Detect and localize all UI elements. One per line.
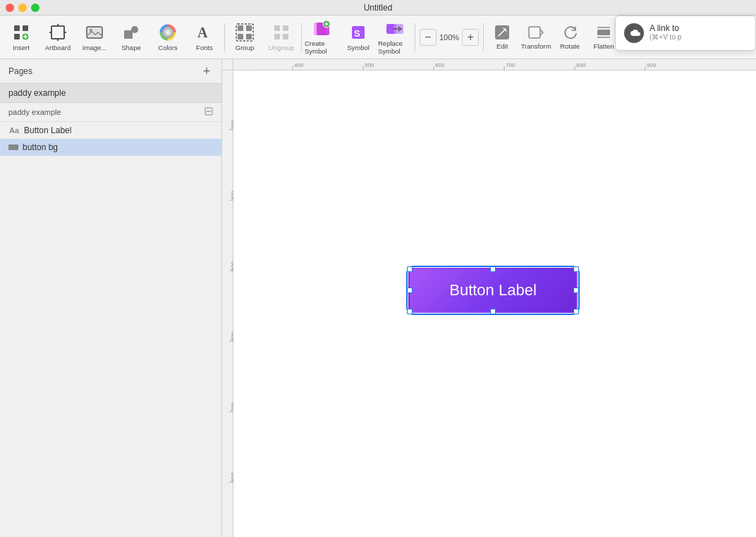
svg-text:600: 600 xyxy=(435,62,445,68)
svg-text:800: 800 xyxy=(576,62,586,68)
svg-rect-7 xyxy=(51,26,64,39)
svg-rect-2 xyxy=(14,34,20,39)
insert-button[interactable]: Insert xyxy=(3,17,39,58)
svg-text:S: S xyxy=(354,28,360,39)
layer-name: button bg xyxy=(23,142,58,152)
symbol-icon: S xyxy=(348,23,368,42)
create-symbol-icon xyxy=(312,20,331,38)
svg-rect-20 xyxy=(238,34,243,39)
button-label-text: Button Label xyxy=(449,281,537,300)
separator-1 xyxy=(224,23,225,51)
zoom-minus-button[interactable]: − xyxy=(420,29,437,46)
svg-text:400: 400 xyxy=(294,62,304,68)
ruler-corner xyxy=(222,59,233,70)
flatten-icon xyxy=(595,24,612,41)
group-button[interactable]: Group xyxy=(226,17,263,58)
flatten-label: Flatten xyxy=(594,42,614,50)
artboard-label: Artboard xyxy=(45,44,71,51)
handle-middle-left xyxy=(407,288,413,293)
rotate-button[interactable]: Rotate xyxy=(553,17,587,58)
rotate-label: Rotate xyxy=(560,42,580,50)
pages-title: Pages xyxy=(8,66,32,76)
replace-symbol-button[interactable]: Replace Symbol xyxy=(377,17,413,58)
fonts-icon: A xyxy=(195,23,214,42)
replace-symbol-label: Replace Symbol xyxy=(378,39,412,55)
create-symbol-label: Create Symbol xyxy=(305,39,339,55)
svg-text:600: 600 xyxy=(230,331,234,341)
svg-rect-23 xyxy=(274,25,280,31)
svg-rect-39 xyxy=(597,30,610,35)
design-surface[interactable]: Button Label xyxy=(233,70,756,537)
svg-text:500: 500 xyxy=(365,62,374,68)
handle-top-right xyxy=(573,266,579,272)
svg-rect-18 xyxy=(238,25,243,31)
svg-text:300: 300 xyxy=(230,120,234,130)
ungroup-button[interactable]: Ungroup xyxy=(263,17,300,58)
pages-header: Pages + xyxy=(0,59,221,84)
svg-rect-14 xyxy=(124,30,133,39)
page-item[interactable]: paddy example xyxy=(0,84,221,102)
shape-icon xyxy=(121,23,141,42)
layers-collapse-icon[interactable] xyxy=(205,107,213,117)
minimize-button[interactable] xyxy=(18,4,27,12)
toolbar: Insert Artboard Image... xyxy=(0,16,756,59)
artboard-button[interactable]: Artboard xyxy=(39,17,76,58)
canvas-button[interactable]: Button Label xyxy=(408,268,578,313)
main-layout: Pages + paddy example paddy example Aa xyxy=(0,59,756,537)
layer-item[interactable]: button bg xyxy=(0,139,221,156)
window-controls xyxy=(6,4,39,12)
handle-bottom-middle xyxy=(490,309,496,314)
svg-text:700: 700 xyxy=(506,62,516,68)
svg-rect-24 xyxy=(283,25,288,31)
ruler-left-svg: 300 400 500 600 700 800 xyxy=(222,70,233,537)
ruler-top: 400 500 600 700 800 900 xyxy=(233,59,756,70)
svg-rect-25 xyxy=(274,34,280,39)
image-label: Image... xyxy=(83,44,106,51)
cloud-icon xyxy=(624,23,644,43)
pages-list: paddy example xyxy=(0,84,221,103)
create-symbol-button[interactable]: Create Symbol xyxy=(303,17,340,58)
svg-point-15 xyxy=(131,26,138,33)
svg-text:A: A xyxy=(197,25,208,40)
add-page-button[interactable]: + xyxy=(200,65,213,78)
svg-rect-26 xyxy=(283,34,288,39)
edit-button[interactable]: Edit xyxy=(485,17,519,58)
layers-group-name: paddy example xyxy=(8,108,61,116)
image-icon xyxy=(85,23,104,42)
svg-rect-1 xyxy=(23,25,28,31)
rotate-icon xyxy=(561,24,578,41)
svg-rect-12 xyxy=(87,27,102,38)
svg-rect-19 xyxy=(246,25,252,31)
fonts-button[interactable]: A Fonts xyxy=(186,17,223,58)
colors-icon xyxy=(158,23,178,42)
transform-icon xyxy=(528,24,544,41)
svg-text:800: 800 xyxy=(230,472,234,482)
edit-icon xyxy=(494,24,511,41)
symbol-button[interactable]: S Symbol xyxy=(340,17,377,58)
shape-button[interactable]: Shape xyxy=(113,17,150,58)
ungroup-label: Ungroup xyxy=(269,44,294,51)
group-icon xyxy=(235,23,255,42)
handle-bottom-right xyxy=(573,309,579,314)
fonts-label: Fonts xyxy=(196,44,213,51)
image-button[interactable]: Image... xyxy=(76,17,113,58)
sidebar: Pages + paddy example paddy example Aa xyxy=(0,59,222,537)
insert-icon xyxy=(11,23,31,42)
close-button[interactable] xyxy=(6,4,14,12)
edit-label: Edit xyxy=(496,42,508,50)
artboard-icon xyxy=(48,23,68,42)
symbol-label: Symbol xyxy=(347,44,370,51)
svg-rect-21 xyxy=(246,34,252,39)
ungroup-icon xyxy=(272,23,291,42)
svg-rect-0 xyxy=(14,25,20,31)
cloud-tooltip-text: A link to (⌘+V to p xyxy=(650,23,681,41)
colors-button[interactable]: Colors xyxy=(150,17,186,58)
text-layer-icon: Aa xyxy=(8,126,20,135)
transform-button[interactable]: Transform xyxy=(519,17,553,58)
zoom-plus-button[interactable]: + xyxy=(462,29,479,46)
separator-4 xyxy=(483,23,484,51)
maximize-button[interactable] xyxy=(31,4,39,12)
handle-top-middle xyxy=(490,266,496,272)
canvas-area[interactable]: 400 500 600 700 800 900 xyxy=(222,59,756,537)
layer-item[interactable]: Aa Button Label xyxy=(0,122,221,139)
